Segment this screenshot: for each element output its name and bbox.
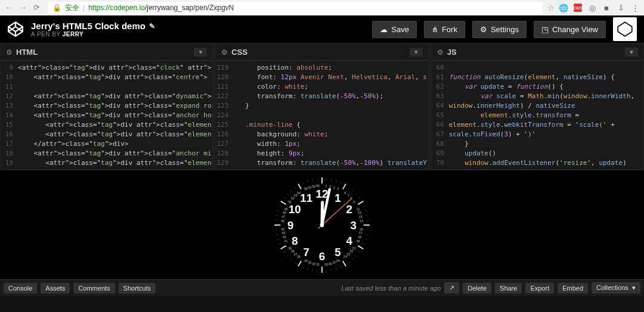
- editors-row: ⚙ HTML ▼ 9<attr">class="tag">div attr">c…: [0, 44, 644, 169]
- assets-button[interactable]: Assets: [41, 283, 70, 294]
- console-button[interactable]: Console: [4, 283, 37, 294]
- svg-text:12: 12: [316, 188, 329, 200]
- browser-extensions: 🌐 cws ◎ ■ ⇩ ⋮: [559, 4, 639, 12]
- gear-icon[interactable]: ⚙: [437, 48, 444, 57]
- secure-label: 安全: [65, 3, 79, 13]
- chevron-down-icon[interactable]: ▼: [410, 48, 423, 57]
- js-pane: ⚙ JS ▼ 6061function autoResize(element, …: [432, 44, 643, 169]
- svg-text:27: 27: [333, 260, 336, 264]
- code-line: 126 background: white;: [216, 130, 427, 139]
- svg-text:57: 57: [308, 185, 312, 189]
- fork-button[interactable]: ⋔ Fork: [424, 21, 465, 38]
- avatar[interactable]: [613, 17, 637, 41]
- circle-icon[interactable]: ◎: [588, 4, 596, 12]
- address-bar[interactable]: 🔒 安全 | https://codepen.io/jerrywang_sap/…: [48, 2, 543, 14]
- js-pane-title: JS: [447, 48, 621, 57]
- svg-text:10: 10: [289, 203, 301, 216]
- html-editor[interactable]: 9<attr">class="tag">div attr">class="clo…: [1, 61, 212, 169]
- code-line: 9<attr">class="tag">div attr">class="clo…: [1, 63, 212, 73]
- export-button[interactable]: Export: [525, 283, 554, 294]
- code-line: 61function autoResize(element, nativeSiz…: [432, 73, 643, 82]
- svg-text:47: 47: [281, 214, 285, 218]
- html-pane: ⚙ HTML ▼ 9<attr">class="tag">div attr">c…: [1, 44, 212, 169]
- svg-text:17: 17: [359, 231, 363, 235]
- svg-text:41: 41: [284, 239, 288, 242]
- cloud-icon: ☁: [380, 25, 388, 34]
- svg-text:13: 13: [359, 214, 363, 218]
- codepen-logo-icon[interactable]: [7, 21, 24, 38]
- fork-icon: ⋔: [432, 25, 438, 34]
- svg-text:2: 2: [329, 184, 331, 188]
- svg-text:56: 56: [304, 187, 308, 191]
- svg-text:28: 28: [329, 261, 332, 265]
- code-line: 119 position: absolute;: [216, 63, 427, 73]
- svg-text:58: 58: [312, 184, 315, 188]
- extension-icon[interactable]: ■: [602, 4, 611, 12]
- css-pane: ⚙ CSS ▼ 119 position: absolute;120 font:…: [216, 44, 427, 169]
- code-line: 69 update(): [432, 149, 643, 158]
- svg-text:59: 59: [316, 183, 320, 187]
- shortcuts-button[interactable]: Shortcuts: [119, 283, 156, 294]
- star-icon[interactable]: ☆: [547, 4, 555, 13]
- code-line: 18 <attr">class="tag">div attr">class="a…: [1, 149, 212, 158]
- code-line: 122 transform: translate(-50%,-50%);: [216, 92, 427, 101]
- gear-icon[interactable]: ⚙: [221, 48, 228, 57]
- author-name[interactable]: Jerry: [63, 31, 83, 38]
- lock-icon: 🔒: [52, 4, 61, 12]
- settings-button[interactable]: ⚙ Settings: [472, 21, 527, 38]
- save-status: Last saved less than a minute ago: [341, 285, 441, 292]
- css-editor[interactable]: 119 position: absolute;120 font: 12px Av…: [216, 61, 427, 169]
- svg-text:11: 11: [300, 192, 312, 204]
- share-button[interactable]: Share: [495, 283, 522, 294]
- code-line: 123 }: [216, 101, 427, 111]
- svg-text:43: 43: [281, 231, 285, 235]
- html-pane-title: HTML: [16, 48, 190, 57]
- forward-arrow-icon[interactable]: →: [19, 3, 29, 13]
- code-line: 129 transform: translate(-50%,-100%) tra…: [216, 158, 427, 168]
- menu-icon[interactable]: ⋮: [631, 4, 639, 12]
- svg-text:11: 11: [357, 207, 360, 210]
- svg-text:33: 33: [308, 260, 312, 264]
- change-view-button[interactable]: ◳ Change View: [534, 21, 606, 38]
- svg-text:24: 24: [343, 255, 347, 258]
- svg-text:34: 34: [304, 259, 308, 263]
- cws-icon[interactable]: cws: [574, 4, 582, 12]
- svg-text:14: 14: [360, 219, 363, 222]
- js-editor[interactable]: 6061function autoResize(element, nativeS…: [432, 61, 643, 169]
- embed-button[interactable]: Embed: [558, 283, 588, 294]
- download-icon[interactable]: ⇩: [617, 4, 625, 12]
- globe-icon[interactable]: 🌐: [559, 4, 568, 12]
- edit-title-icon[interactable]: ✎: [149, 22, 155, 30]
- svg-text:37: 37: [294, 252, 298, 255]
- code-line: 130 opacity: 0.34;: [216, 168, 427, 169]
- preview-pane: 1234678911121314161718192122232426272829…: [0, 169, 644, 279]
- popout-icon[interactable]: ↗: [444, 282, 459, 294]
- code-line: 63 var scale = Math.min(window.innerWidt…: [432, 92, 643, 101]
- delete-button[interactable]: Delete: [463, 283, 491, 294]
- code-line: 20 <attr">class="tag">div attr">class="e…: [1, 168, 212, 169]
- code-line: 124: [216, 111, 427, 120]
- reload-icon[interactable]: ⟳: [33, 3, 43, 13]
- save-button[interactable]: ☁ Save: [372, 21, 417, 38]
- chevron-down-icon[interactable]: ▼: [625, 48, 638, 57]
- collections-button[interactable]: Collections ▾: [592, 282, 640, 294]
- html-pane-header: ⚙ HTML ▼: [1, 44, 212, 61]
- svg-text:1: 1: [326, 183, 327, 187]
- svg-text:29: 29: [324, 262, 328, 266]
- svg-text:4: 4: [346, 235, 352, 247]
- code-line: 125 .minute-line {: [216, 120, 427, 130]
- code-line: 10 <attr">class="tag">div attr">class="c…: [1, 73, 212, 82]
- back-arrow-icon[interactable]: ←: [5, 3, 14, 13]
- comments-button[interactable]: Comments: [73, 283, 114, 294]
- svg-text:44: 44: [281, 227, 284, 230]
- svg-text:8: 8: [351, 196, 352, 200]
- js-pane-header: ⚙ JS ▼: [432, 44, 643, 61]
- chevron-down-icon[interactable]: ▼: [194, 48, 207, 57]
- svg-text:6: 6: [319, 250, 325, 263]
- svg-text:6: 6: [345, 191, 346, 195]
- svg-text:36: 36: [297, 255, 301, 258]
- css-pane-header: ⚙ CSS ▼: [216, 44, 427, 61]
- gear-icon[interactable]: ⚙: [6, 48, 13, 57]
- svg-text:38: 38: [291, 249, 295, 253]
- code-line: 70 window.addEventListener('resize', upd…: [432, 158, 643, 168]
